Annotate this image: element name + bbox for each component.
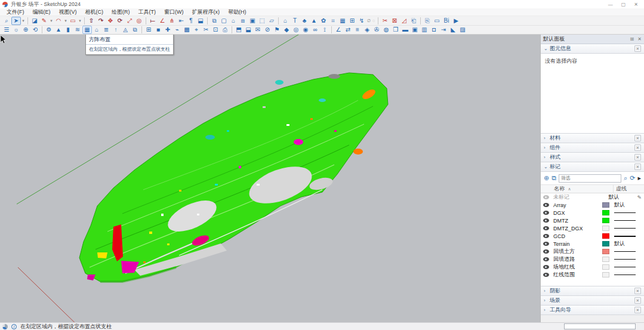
line-dropdown-icon[interactable]: ▾ [49,17,54,25]
tag-row-2[interactable]: DGX [541,209,644,217]
panel-materials[interactable]: 材料 [541,134,644,143]
trim-icon[interactable]: ⊠ [390,17,399,25]
half-top-icon[interactable]: ⬒ [234,26,244,34]
info-icon[interactable]: i [11,324,17,329]
panel-scenes[interactable]: 场景 [541,296,644,306]
tag-dashes-cell[interactable]: 默认 [608,193,636,201]
scissors-icon[interactable]: ✂ [201,26,211,34]
chain-icon[interactable]: ∞ [310,26,320,34]
close-icon[interactable] [634,144,641,151]
column-name-label[interactable]: 名称 [554,186,565,192]
tag-name[interactable]: 红线范围 [553,271,602,279]
tag-color-swatch[interactable] [602,241,609,246]
tag-name[interactable]: DMTZ [553,218,602,224]
tag-row-4[interactable]: DMTZ_DGX [541,224,644,232]
zoom-window-icon[interactable]: ⌕ [2,17,11,25]
path-icon[interactable]: ↯ [357,17,366,25]
close-icon[interactable] [634,45,641,52]
add-tag-folder-icon[interactable]: ⧉ [551,174,556,182]
ban-icon[interactable]: ⊘ [263,26,272,34]
tag-color-swatch[interactable] [602,272,609,277]
pin-icon[interactable]: ⌖ [192,26,201,34]
panel-instructor[interactable]: 工具向导 [541,306,644,315]
rectangle-icon[interactable]: ▭ [68,17,78,25]
visibility-eye-icon[interactable] [543,195,549,199]
mountain-icon[interactable]: ▲ [54,26,63,34]
tag-row-6[interactable]: Terrain默认 [541,240,644,248]
wall-icon[interactable]: ▦ [338,17,347,25]
model-viewport[interactable]: 方阵布置 在划定区域内，根据设定布置点状支柱 [0,35,540,322]
tree-icon[interactable]: ♣ [300,17,309,25]
search-icon[interactable]: ⌕ [624,174,627,182]
tag-row-3[interactable]: DMTZ [541,217,644,224]
tag-dashes-cell[interactable]: 默认 [614,240,642,248]
minimize-button[interactable]: — [608,2,613,7]
share-icon[interactable]: ⎘ [423,17,432,25]
rows-icon[interactable]: ≡ [353,26,362,34]
slope-icon[interactable]: ◿ [399,17,409,25]
tag-name[interactable]: DMTZ_DGX [553,226,602,232]
tag-name[interactable]: 场地红线 [553,263,602,271]
follow-me-icon[interactable]: ↷ [96,17,106,25]
menu-item-6[interactable]: 窗口(W) [160,8,188,16]
box-icon[interactable]: ⊡ [211,26,220,34]
paste-in-place-icon[interactable]: ⧉ [209,17,219,25]
badge-icon[interactable]: ▭ [432,17,442,25]
tag-color-swatch[interactable] [602,264,609,270]
hide-similar-icon[interactable]: ◌ [371,17,376,25]
slope-tool-icon[interactable]: ◬ [121,26,130,34]
eraser-icon[interactable]: ◪ [30,17,39,25]
close-icon[interactable] [634,297,641,304]
visibility-eye-icon[interactable] [543,265,549,269]
close-icon[interactable] [634,135,641,141]
export-icon[interactable]: ⇥ [439,26,448,34]
grid-icon[interactable]: ⊞ [347,17,357,25]
tag-color-swatch[interactable] [602,202,609,208]
make-component-icon[interactable]: ⌂ [229,17,238,25]
edit-group-icon[interactable]: ⧈ [238,17,248,25]
close-icon[interactable] [634,288,641,294]
tags-filter-input[interactable] [559,174,621,183]
angle-2-icon[interactable]: ∠ [334,26,343,34]
visibility-eye-icon[interactable] [543,211,549,215]
duplicate-icon[interactable]: ⧉ [130,26,140,34]
tag-name[interactable]: 回填道路 [553,255,602,263]
visibility-eye-icon[interactable] [543,203,549,207]
gear-icon[interactable]: ⚙ [44,26,54,34]
visibility-eye-icon[interactable] [543,249,549,254]
visibility-eye-icon[interactable] [543,242,549,246]
tag-dashes-cell[interactable] [614,212,642,213]
tape-measure-icon[interactable]: ⟝ [148,17,158,25]
node-icon[interactable]: ◉ [301,26,310,34]
tag-color-swatch[interactable] [602,210,609,215]
flag-icon[interactable]: ⚑ [272,26,282,34]
visibility-eye-icon[interactable] [543,273,549,277]
tag-row-7[interactable]: 回填土方 [541,248,644,255]
tag-name[interactable]: 未标记 [553,193,596,201]
menu-item-0[interactable]: 文件(F) [2,8,29,16]
stairs-icon[interactable]: ≣ [101,26,111,34]
menu-item-7[interactable]: 扩展程序(x) [188,8,224,16]
tag-dashes-cell[interactable] [614,275,642,275]
frame-icon[interactable]: ❒ [391,26,400,34]
tag-name[interactable]: Array [553,202,602,208]
tag-color-swatch[interactable] [602,233,609,239]
tag-dashes-cell[interactable]: 默认 [614,201,642,209]
purge-icon[interactable]: ⟳ [630,174,635,182]
disc-icon[interactable]: ◍ [381,26,391,34]
tag-row-0[interactable]: 未标记默认✎ [541,193,644,201]
move-icon[interactable]: ✥ [106,17,115,25]
grid-2-icon[interactable]: ⊞ [144,26,153,34]
tag-dashes-cell[interactable] [614,236,642,237]
line-icon[interactable]: ✎ [39,17,49,25]
mask-icon[interactable]: ▨ [458,26,467,34]
dimension-icon[interactable]: ⇤ [177,17,186,25]
scale-icon[interactable]: ⤢ [125,17,134,25]
card-icon[interactable]: ▬ [400,26,410,34]
section-plane-icon[interactable]: ⬓ [196,17,205,25]
offset-icon[interactable]: ◎ [134,17,144,25]
select-icon[interactable]: ➤ [11,17,21,25]
menu-item-4[interactable]: 绘图(R) [107,8,134,16]
arc-dropdown-icon[interactable]: ▾ [63,17,68,25]
printer-icon[interactable]: ⎙ [220,26,230,34]
